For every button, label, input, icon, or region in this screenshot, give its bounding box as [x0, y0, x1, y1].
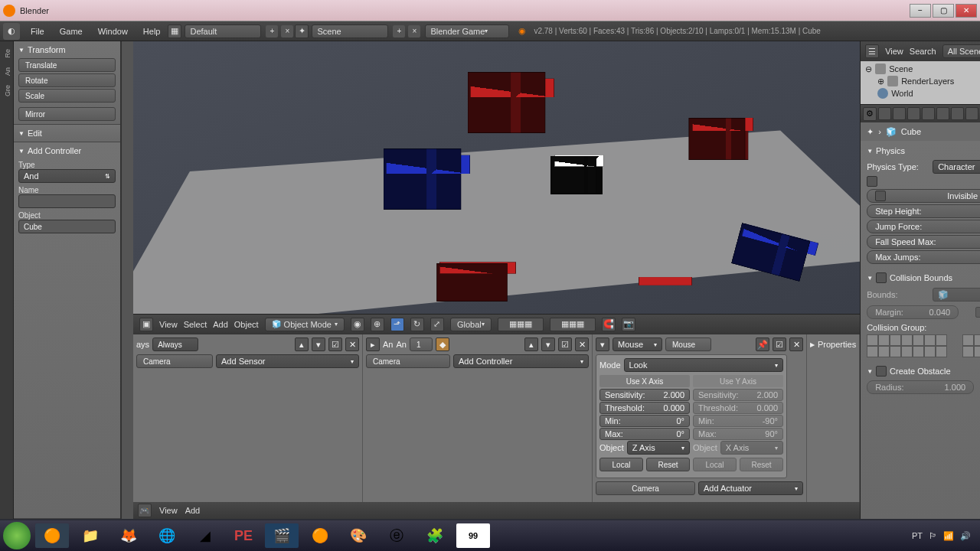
manipulator-scale-icon[interactable]: ⤢	[430, 318, 444, 331]
ctrl-check-icon[interactable]: ☑	[558, 337, 572, 351]
panel-transform-header[interactable]: ▼Transform	[18, 43, 116, 57]
step-height-input[interactable]: Step Height:0.150	[867, 204, 980, 218]
actuator-name-input[interactable]: Mouse	[665, 337, 711, 351]
crumb-cube-icon[interactable]: 🧊	[886, 127, 897, 137]
tab-render[interactable]	[878, 107, 891, 120]
act-x-icon[interactable]: ✕	[789, 337, 803, 351]
tool-scrollbar[interactable]	[121, 41, 133, 519]
x-min-input[interactable]: Min:0°	[599, 415, 690, 427]
outliner-filter-select[interactable]: All Scenes▾	[942, 44, 980, 58]
collision-enable-checkbox[interactable]	[876, 272, 887, 283]
add-sensor-select[interactable]: Add Sensor▾	[216, 354, 359, 368]
cube-red-3[interactable]	[439, 263, 516, 302]
physics-type-select[interactable]: Character▾	[933, 160, 980, 174]
scene-add-button[interactable]: +	[393, 25, 405, 37]
shading-icon[interactable]: ◉	[351, 318, 364, 331]
obstacle-header[interactable]: ▼Create Obstacle	[867, 364, 980, 379]
tray-flag-icon[interactable]: 🏳	[929, 531, 937, 540]
engine-selector[interactable]: Blender Game▾	[425, 24, 509, 38]
scale-button[interactable]: Scale	[18, 89, 116, 103]
tab-constraints[interactable]	[951, 107, 964, 120]
sensor-collapse-icon[interactable]: ▴	[295, 337, 309, 351]
scene-icon[interactable]: ✦	[295, 24, 309, 38]
render-preview-icon[interactable]: 📷	[622, 318, 635, 331]
sensor-always-b[interactable]: Always	[152, 337, 198, 351]
tooltab-relations[interactable]: Gre	[0, 80, 13, 101]
start-button[interactable]	[3, 522, 31, 549]
ctrl-x-icon[interactable]: ✕	[575, 337, 589, 351]
panel-edit-header[interactable]: ▼Edit	[18, 126, 116, 140]
translate-button[interactable]: Translate	[18, 58, 116, 72]
ctrl-down-icon[interactable]: ▾	[541, 337, 555, 351]
bottom-view[interactable]: View	[159, 506, 178, 515]
outliner-scene[interactable]: ⊖Scene	[862, 63, 980, 75]
use-y-axis-toggle[interactable]: Use Y Axis	[693, 375, 783, 387]
x-object-select[interactable]: Z Axis▾	[627, 441, 690, 455]
layout-add-button[interactable]: +	[266, 25, 278, 37]
taskbar-explorer[interactable]: 📁	[74, 523, 107, 548]
editor-type-icon[interactable]: ▣	[139, 318, 153, 331]
vp-menu-select[interactable]: Select	[184, 320, 207, 329]
x-local-button[interactable]: Local	[599, 458, 643, 471]
act-pin-icon[interactable]: 📌	[756, 337, 769, 351]
panel-addcontroller-header[interactable]: ▼Add Controller	[18, 144, 116, 158]
physics-header[interactable]: ▼Physics	[867, 144, 980, 158]
3d-viewport[interactable]	[133, 41, 860, 314]
collision-header[interactable]: ▼Collision Bounds	[867, 270, 980, 285]
tab-modifiers[interactable]	[965, 107, 978, 120]
add-controller-select[interactable]: Add Controller▾	[453, 354, 589, 368]
fall-speed-input[interactable]: Fall Speed Max:55.000	[867, 235, 980, 249]
collision-group-grid[interactable]	[867, 334, 947, 346]
outliner-search[interactable]: Search	[910, 47, 936, 56]
logic-properties-header[interactable]: ▶Properties	[810, 337, 856, 351]
vp-menu-add[interactable]: Add	[213, 320, 228, 329]
layout-selector[interactable]: Default	[185, 24, 261, 38]
max-jumps-input[interactable]: Max Jumps:1	[867, 250, 980, 264]
x-max-input[interactable]: Max:0°	[599, 428, 690, 440]
taskbar-unity[interactable]: ◢	[188, 523, 222, 548]
blender-menu-icon[interactable]: ◐	[3, 23, 20, 40]
outliner-view[interactable]: View	[885, 47, 903, 56]
logic-editor-icon[interactable]: 🎮	[138, 504, 152, 517]
x-sensitivity-input[interactable]: Sensitivity:2.000	[599, 389, 690, 401]
controller-object[interactable]: Camera	[366, 354, 450, 368]
orientation-selector[interactable]: Global ▾	[450, 318, 492, 331]
taskbar-99[interactable]: 99	[456, 523, 490, 548]
add-actuator-select[interactable]: Add Actuator▾	[698, 481, 803, 495]
lang-indicator[interactable]: PT	[912, 531, 923, 540]
cube-red-2[interactable]	[692, 118, 753, 160]
outliner-renderlayers[interactable]: ⊕RenderLayers	[874, 75, 980, 87]
scene-selector[interactable]: Scene	[312, 24, 388, 38]
taskbar-paint[interactable]: 🎨	[341, 523, 375, 548]
menu-game[interactable]: Game	[52, 27, 90, 36]
layers-2[interactable]: ▦▦▦	[550, 318, 596, 331]
layers-1[interactable]: ▦▦▦	[498, 318, 544, 331]
crumb-object[interactable]: Cube	[901, 127, 921, 136]
taskbar-pe[interactable]: PE	[227, 523, 260, 548]
controller-name-input[interactable]	[18, 194, 116, 208]
vp-menu-view[interactable]: View	[159, 320, 178, 329]
rotate-button[interactable]: Rotate	[18, 73, 116, 87]
layout-remove-button[interactable]: ×	[281, 25, 293, 37]
pivot-icon[interactable]: ⊕	[371, 318, 384, 331]
ctrl-marker-icon[interactable]: ◆	[436, 337, 449, 351]
ctrl-chev-icon[interactable]: ▸	[366, 337, 380, 351]
jump-force-input[interactable]: Jump Force:10.000	[867, 220, 980, 233]
outliner-world[interactable]: World	[874, 87, 980, 99]
cube-white[interactable]	[554, 156, 604, 194]
scene-remove-button[interactable]: ×	[408, 25, 420, 37]
x-reset-button[interactable]: Reset	[646, 458, 690, 471]
taskbar-chrome[interactable]: 🌐	[150, 523, 184, 548]
invisible-toggle[interactable]: Invisible	[867, 189, 980, 203]
menu-help[interactable]: Help	[136, 27, 168, 36]
cube-red-4[interactable]	[639, 282, 692, 309]
taskbar-puzzle[interactable]: 🧩	[418, 523, 452, 548]
use-x-axis-toggle[interactable]: Use X Axis	[599, 375, 690, 387]
actor-checkbox[interactable]	[867, 176, 877, 187]
crumb-scene-icon[interactable]: ✦	[867, 127, 874, 137]
mirror-button[interactable]: Mirror	[18, 107, 116, 121]
sensor-object[interactable]: Camera	[136, 354, 213, 368]
act-check-icon[interactable]: ☑	[773, 337, 786, 351]
act-mode-select[interactable]: Look▾	[624, 358, 783, 372]
vp-menu-object[interactable]: Object	[234, 320, 259, 329]
